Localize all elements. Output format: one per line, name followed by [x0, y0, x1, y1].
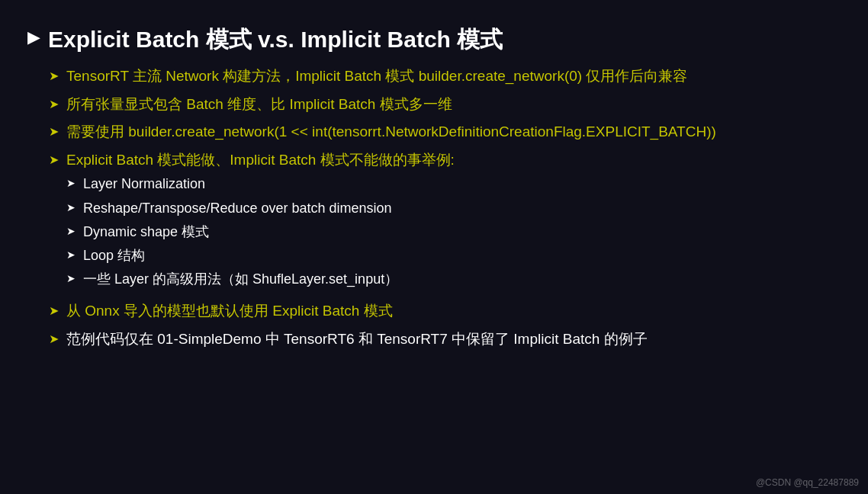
- sub-item-2-text: Reshape/Transpose/Reduce over batch dime…: [83, 199, 392, 218]
- sub-item-1-arrow: ➤: [66, 177, 76, 189]
- bullet-6: ➤ 范例代码仅在 01-SimpleDemo 中 TensorRT6 和 Ten…: [49, 329, 831, 350]
- sub-item-2-arrow: ➤: [66, 201, 76, 213]
- sub-item-1: ➤ Layer Normalization: [66, 175, 455, 194]
- bullet-5: ➤ 从 Onnx 导入的模型也默认使用 Explicit Batch 模式: [49, 301, 831, 322]
- sub-item-5: ➤ 一些 Layer 的高级用法（如 ShufleLayer.set_input…: [66, 270, 455, 289]
- bullet-2-text: 所有张量显式包含 Batch 维度、比 Implicit Batch 模式多一维: [66, 95, 452, 115]
- sub-item-4-text: Loop 结构: [83, 246, 145, 265]
- watermark: @CSDN @qq_22487889: [756, 477, 859, 488]
- sub-item-3: ➤ Dynamic shape 模式: [66, 223, 455, 242]
- bullet-5-text: 从 Onnx 导入的模型也默认使用 Explicit Batch 模式: [66, 301, 393, 322]
- sub-item-4: ➤ Loop 结构: [66, 246, 455, 265]
- bullet-6-arrow: ➤: [49, 332, 59, 346]
- bullet-1-arrow: ➤: [49, 69, 59, 83]
- bullet-1: ➤ TensorRT 主流 Network 构建方法，Implicit Batc…: [49, 66, 831, 87]
- bullet-5-arrow: ➤: [49, 303, 59, 318]
- title-arrow: ▶: [27, 27, 40, 47]
- bullet-4: ➤ Explicit Batch 模式能做、Implicit Batch 模式不…: [49, 150, 831, 294]
- title-row: ▶ Explicit Batch 模式 v.s. Implicit Batch …: [27, 24, 831, 54]
- sub-item-3-arrow: ➤: [66, 225, 76, 237]
- bullet-2: ➤ 所有张量显式包含 Batch 维度、比 Implicit Batch 模式多…: [49, 95, 831, 115]
- slide: ▶ Explicit Batch 模式 v.s. Implicit Batch …: [0, 0, 868, 494]
- bullet-1-text: TensorRT 主流 Network 构建方法，Implicit Batch …: [66, 66, 687, 87]
- sub-item-3-text: Dynamic shape 模式: [83, 223, 209, 242]
- sub-items-group: ➤ Layer Normalization ➤ Reshape/Transpos…: [66, 175, 455, 289]
- sub-item-1-text: Layer Normalization: [83, 175, 205, 194]
- sub-item-5-arrow: ➤: [66, 272, 76, 284]
- bullet-3-arrow: ➤: [49, 124, 59, 139]
- sub-item-5-text: 一些 Layer 的高级用法（如 ShufleLayer.set_input）: [83, 270, 398, 289]
- bullet-3-text: 需要使用 builder.create_network(1 << int(ten…: [66, 122, 716, 143]
- bullet-6-text: 范例代码仅在 01-SimpleDemo 中 TensorRT6 和 Tenso…: [66, 329, 648, 350]
- bullet-3: ➤ 需要使用 builder.create_network(1 << int(t…: [49, 122, 831, 143]
- sub-item-2: ➤ Reshape/Transpose/Reduce over batch di…: [66, 199, 455, 218]
- bullet-4-content: Explicit Batch 模式能做、Implicit Batch 模式不能做…: [66, 150, 455, 294]
- bullet-4-text: Explicit Batch 模式能做、Implicit Batch 模式不能做…: [66, 152, 455, 168]
- sub-item-4-arrow: ➤: [66, 249, 76, 261]
- title-text: Explicit Batch 模式 v.s. Implicit Batch 模式: [48, 24, 503, 54]
- bullet-2-arrow: ➤: [49, 97, 59, 111]
- bullet-4-arrow: ➤: [49, 152, 59, 167]
